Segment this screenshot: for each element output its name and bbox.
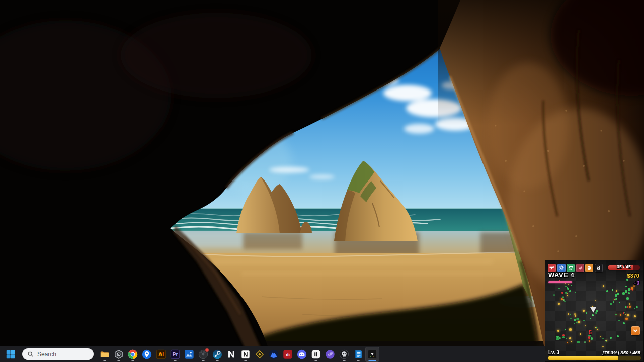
damage-number: 5 [589, 329, 592, 335]
taskbar-icon-file-explorer[interactable] [98, 347, 112, 362]
photos-app-icon [184, 349, 195, 360]
minimap-dot [563, 299, 565, 301]
minimap-dot [575, 292, 576, 293]
minimap-dot [592, 314, 594, 316]
taskbar-icon-illustrator[interactable]: Ai [154, 347, 168, 362]
minimap-dot [610, 303, 612, 305]
running-indicator [104, 360, 106, 361]
xp-fill [548, 356, 618, 360]
file-explorer-icon [99, 349, 110, 360]
minimap-dot [567, 287, 568, 288]
survivors-game-icon [367, 349, 378, 360]
running-indicator [315, 360, 317, 361]
search-placeholder: Search [37, 351, 56, 358]
minimap-dot [567, 288, 569, 290]
desktop: 35 / 45 WAVE 4 $370 +0 5 Lv. 3 [75.3%] 3… [0, 0, 644, 362]
minimap-dot [574, 323, 575, 324]
minimap-dot [624, 312, 625, 314]
taskbar-icon-notion[interactable] [238, 347, 253, 362]
minimap-dot [628, 292, 630, 295]
enemy-slot-icon [576, 264, 584, 272]
start-button[interactable] [3, 347, 18, 362]
svg-text:Ai: Ai [158, 352, 164, 357]
minimap-dot [559, 337, 561, 339]
minimap-dot [606, 290, 608, 292]
wave-progress-fill [548, 281, 572, 283]
collapse-button[interactable] [631, 326, 640, 335]
taskbar-icon-purple-app[interactable] [323, 347, 337, 362]
minimap-dot [567, 295, 568, 297]
minimap-dot [595, 300, 597, 302]
minimap-dot [565, 286, 567, 287]
taskbar-icon-steam[interactable] [210, 347, 224, 362]
minimap-dot [583, 320, 585, 321]
minimap-dot [562, 296, 565, 298]
minimap-dot [568, 313, 569, 315]
taskbar-icon-diamond-app[interactable] [253, 347, 267, 362]
minimap-dot [619, 302, 620, 303]
taskbar-icon-elevenlabs[interactable] [309, 347, 323, 362]
health-value: 35 / 45 [608, 264, 640, 269]
minimap-dot [630, 289, 631, 290]
taskbar-icon-premiere-pro[interactable]: Pr [168, 347, 182, 362]
minimap-dot [603, 285, 605, 287]
minimap-dot [631, 287, 633, 290]
notion-icon [240, 349, 251, 360]
minimap-dot [616, 290, 617, 292]
taskbar-icon-media-app[interactable] [196, 347, 210, 362]
minimap-dot [628, 288, 630, 291]
minimap-dot [615, 298, 617, 300]
steam-icon [212, 349, 223, 360]
taskbar-pinned-icons: AiPrdi [98, 347, 379, 362]
minimap-dot [636, 306, 638, 308]
minimap-dot [610, 337, 612, 339]
wave-label: WAVE 4 [548, 271, 574, 279]
taskbar-icon-notebook-app[interactable] [351, 347, 365, 362]
taskbar-icon-survivors-game[interactable] [365, 347, 379, 362]
taskbar-icon-photos-app[interactable] [182, 347, 196, 362]
taskbar-icon-hexagon-app[interactable] [112, 347, 126, 362]
minimap-dot [606, 340, 607, 341]
minimap-dot [576, 318, 578, 320]
taskbar-icon-google-maps[interactable] [140, 347, 154, 362]
running-indicator [245, 360, 247, 361]
minimap-dot [625, 318, 627, 320]
taskbar-icon-nordvpn[interactable] [267, 347, 281, 362]
minimap-dot [622, 292, 625, 295]
level-label: Lv. 3 [548, 350, 559, 355]
minimap-dot [565, 329, 566, 331]
taskbar-icon-n-logo-app[interactable] [224, 347, 238, 362]
minimap-dot [627, 306, 628, 308]
minimap-dot [578, 321, 580, 323]
taskbar-icon-discord[interactable] [295, 347, 309, 362]
search-input[interactable]: Search [22, 348, 94, 360]
minimap-dot [571, 285, 573, 287]
wave-progress-bar [548, 281, 579, 283]
minimap-dot [568, 284, 569, 285]
minimap-dot [597, 329, 598, 330]
illustrator-icon: Ai [155, 349, 167, 360]
game-overlay-window[interactable]: 35 / 45 WAVE 4 $370 +0 5 Lv. 3 [75.3%] 3… [545, 260, 644, 362]
minimap-dot [566, 338, 567, 339]
taskbar-icon-red-di-app[interactable]: di [281, 347, 295, 362]
svg-text:Pr: Pr [173, 352, 178, 357]
bonus-counter: +0 [634, 280, 639, 286]
running-indicator [369, 360, 376, 361]
minimap-dot [632, 290, 633, 291]
running-indicator [202, 360, 205, 361]
minimap-dot [615, 314, 616, 315]
minimap-dot [562, 336, 565, 338]
running-indicator [174, 360, 177, 361]
minimap-dot [629, 303, 630, 305]
minimap-dot [585, 325, 586, 326]
minimap-dot [580, 333, 581, 335]
taskbar-icon-skull-game[interactable] [337, 347, 351, 362]
taskbar-icon-chrome[interactable] [126, 347, 140, 362]
minimap-dot [634, 315, 636, 318]
minimap-dot [558, 303, 560, 305]
minimap-dot [577, 318, 579, 320]
minimap-dot [569, 290, 571, 292]
nordvpn-icon [268, 349, 279, 360]
minimap-dot [565, 283, 566, 284]
minimap-dot [588, 336, 590, 338]
